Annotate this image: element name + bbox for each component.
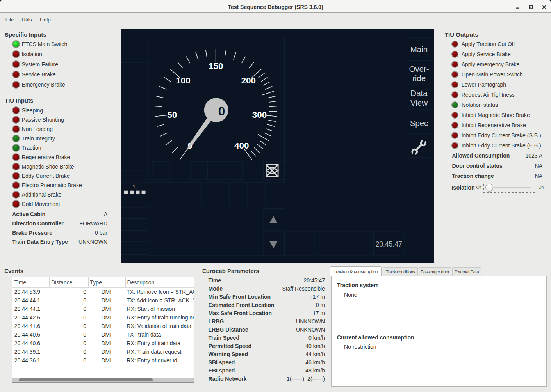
svg-text:Spec: Spec: [410, 119, 428, 128]
svg-text:Main: Main: [410, 45, 428, 54]
svg-text:400: 400: [234, 141, 249, 151]
svg-text:150: 150: [209, 61, 223, 71]
svg-text:ride: ride: [412, 74, 426, 83]
svg-text:300: 300: [252, 110, 267, 120]
svg-text:1: 1: [133, 184, 136, 190]
svg-text:50: 50: [167, 110, 177, 120]
svg-text:100: 100: [176, 76, 191, 85]
svg-text:200: 200: [241, 76, 256, 85]
svg-text:View: View: [410, 98, 428, 107]
svg-text:Over-: Over-: [409, 64, 429, 73]
svg-text:Data: Data: [410, 89, 428, 98]
svg-text:0: 0: [218, 104, 225, 118]
svg-text:20:45:47: 20:45:47: [376, 240, 402, 248]
